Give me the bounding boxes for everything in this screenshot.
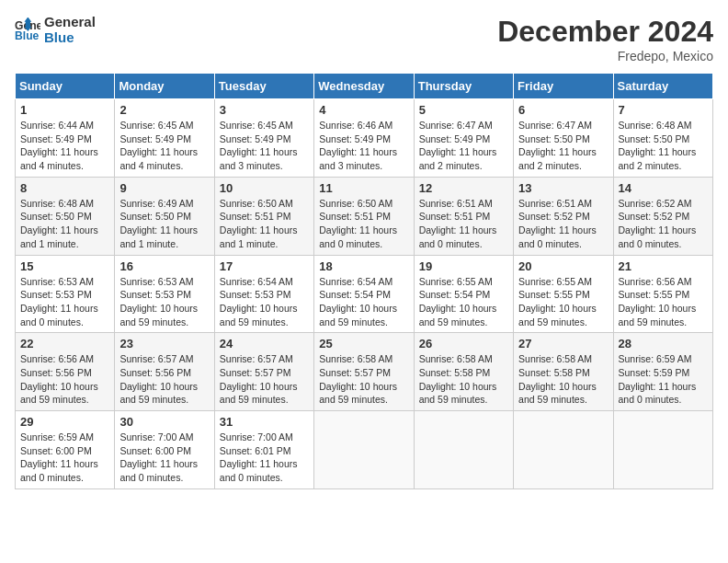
day-number: 13 [518,181,608,195]
day-number: 11 [319,181,408,195]
day-number: 3 [220,103,309,117]
logo: General Blue General Blue [15,15,96,45]
day-number: 2 [119,103,209,117]
weekday-header-monday: Monday [115,74,214,99]
day-number: 23 [119,337,209,350]
weekday-header-saturday: Saturday [613,74,712,99]
calendar-cell: 31Sunrise: 7:00 AMSunset: 6:01 PMDayligh… [214,411,313,489]
day-number: 30 [119,415,209,429]
calendar-cell: 10Sunrise: 6:50 AMSunset: 5:51 PMDayligh… [214,177,313,255]
calendar-cell: 13Sunrise: 6:51 AMSunset: 5:52 PMDayligh… [514,177,613,255]
cell-info: Sunrise: 6:54 AMSunset: 5:53 PMDaylight:… [220,275,309,329]
calendar-week-row: 8Sunrise: 6:48 AMSunset: 5:50 PMDaylight… [16,177,713,255]
calendar-cell: 8Sunrise: 6:48 AMSunset: 5:50 PMDaylight… [16,177,115,255]
calendar-cell: 14Sunrise: 6:52 AMSunset: 5:52 PMDayligh… [613,177,712,255]
cell-info: Sunrise: 7:00 AMSunset: 6:00 PMDaylight:… [119,431,209,485]
cell-info: Sunrise: 6:49 AMSunset: 5:50 PMDaylight:… [119,197,209,251]
day-number: 21 [619,259,708,273]
calendar-cell: 1Sunrise: 6:44 AMSunset: 5:49 PMDaylight… [16,99,115,178]
day-number: 5 [419,103,508,117]
calendar-week-row: 29Sunrise: 6:59 AMSunset: 6:00 PMDayligh… [16,411,713,489]
cell-info: Sunrise: 6:45 AMSunset: 5:49 PMDaylight:… [119,119,209,173]
calendar-cell: 12Sunrise: 6:51 AMSunset: 5:51 PMDayligh… [414,177,513,255]
calendar-cell: 16Sunrise: 6:53 AMSunset: 5:53 PMDayligh… [115,255,214,333]
calendar-cell: 19Sunrise: 6:55 AMSunset: 5:54 PMDayligh… [414,255,513,333]
day-number: 4 [319,103,408,117]
cell-info: Sunrise: 6:48 AMSunset: 5:50 PMDaylight:… [619,119,708,173]
calendar-cell: 20Sunrise: 6:55 AMSunset: 5:55 PMDayligh… [514,255,613,333]
day-number: 29 [20,415,109,429]
day-number: 10 [220,181,309,195]
cell-info: Sunrise: 6:59 AMSunset: 6:00 PMDaylight:… [20,431,109,485]
cell-info: Sunrise: 6:57 AMSunset: 5:56 PMDaylight:… [119,352,209,407]
cell-info: Sunrise: 6:58 AMSunset: 5:57 PMDaylight:… [319,352,408,407]
weekday-header-tuesday: Tuesday [214,74,313,99]
day-number: 24 [220,337,309,350]
day-number: 31 [220,415,309,429]
day-number: 28 [619,337,708,350]
cell-info: Sunrise: 6:56 AMSunset: 5:55 PMDaylight:… [619,275,708,329]
day-number: 17 [220,259,309,273]
calendar-week-row: 1Sunrise: 6:44 AMSunset: 5:49 PMDaylight… [16,99,713,178]
calendar-week-row: 22Sunrise: 6:56 AMSunset: 5:56 PMDayligh… [16,333,713,411]
day-number: 16 [119,259,209,273]
cell-info: Sunrise: 6:56 AMSunset: 5:56 PMDaylight:… [20,352,109,407]
day-number: 26 [419,337,508,350]
header: General Blue General Blue December 2024 … [15,15,713,63]
calendar-cell [314,411,414,489]
calendar-cell: 15Sunrise: 6:53 AMSunset: 5:53 PMDayligh… [16,255,115,333]
calendar-cell: 4Sunrise: 6:46 AMSunset: 5:49 PMDaylight… [314,99,414,178]
cell-info: Sunrise: 6:55 AMSunset: 5:54 PMDaylight:… [419,275,508,329]
calendar-cell: 24Sunrise: 6:57 AMSunset: 5:57 PMDayligh… [214,333,313,411]
cell-info: Sunrise: 6:55 AMSunset: 5:55 PMDaylight:… [518,275,608,329]
calendar-cell: 25Sunrise: 6:58 AMSunset: 5:57 PMDayligh… [314,333,414,411]
cell-info: Sunrise: 6:45 AMSunset: 5:49 PMDaylight:… [220,119,309,173]
calendar-cell: 18Sunrise: 6:54 AMSunset: 5:54 PMDayligh… [314,255,414,333]
day-number: 18 [319,259,408,273]
calendar-cell: 7Sunrise: 6:48 AMSunset: 5:50 PMDaylight… [613,99,712,178]
day-number: 8 [20,181,109,195]
cell-info: Sunrise: 6:54 AMSunset: 5:54 PMDaylight:… [319,275,408,329]
weekday-header-wednesday: Wednesday [314,74,414,99]
cell-info: Sunrise: 6:50 AMSunset: 5:51 PMDaylight:… [319,197,408,251]
cell-info: Sunrise: 6:48 AMSunset: 5:50 PMDaylight:… [20,197,109,251]
day-number: 15 [20,259,109,273]
calendar-cell: 29Sunrise: 6:59 AMSunset: 6:00 PMDayligh… [16,411,115,489]
cell-info: Sunrise: 6:47 AMSunset: 5:50 PMDaylight:… [518,119,608,173]
calendar-body: 1Sunrise: 6:44 AMSunset: 5:49 PMDaylight… [16,99,713,489]
title-area: December 2024 Fredepo, Mexico [497,15,713,63]
day-number: 25 [319,337,408,350]
calendar-cell: 21Sunrise: 6:56 AMSunset: 5:55 PMDayligh… [613,255,712,333]
calendar-cell: 11Sunrise: 6:50 AMSunset: 5:51 PMDayligh… [314,177,414,255]
logo-icon: General Blue [15,17,40,43]
day-number: 22 [20,337,109,350]
calendar-week-row: 15Sunrise: 6:53 AMSunset: 5:53 PMDayligh… [16,255,713,333]
month-title: December 2024 [497,15,713,49]
cell-info: Sunrise: 6:59 AMSunset: 5:59 PMDaylight:… [619,352,708,407]
calendar-cell: 30Sunrise: 7:00 AMSunset: 6:00 PMDayligh… [115,411,214,489]
cell-info: Sunrise: 6:53 AMSunset: 5:53 PMDaylight:… [20,275,109,329]
cell-info: Sunrise: 6:58 AMSunset: 5:58 PMDaylight:… [518,352,608,407]
day-number: 19 [419,259,508,273]
cell-info: Sunrise: 6:44 AMSunset: 5:49 PMDaylight:… [20,119,109,173]
cell-info: Sunrise: 6:50 AMSunset: 5:51 PMDaylight:… [220,197,309,251]
cell-info: Sunrise: 6:46 AMSunset: 5:49 PMDaylight:… [319,119,408,173]
day-number: 12 [419,181,508,195]
cell-info: Sunrise: 6:53 AMSunset: 5:53 PMDaylight:… [119,275,209,329]
calendar-cell: 26Sunrise: 6:58 AMSunset: 5:58 PMDayligh… [414,333,513,411]
calendar-cell [414,411,513,489]
cell-info: Sunrise: 6:51 AMSunset: 5:52 PMDaylight:… [518,197,608,251]
svg-text:Blue: Blue [15,29,40,42]
cell-info: Sunrise: 6:57 AMSunset: 5:57 PMDaylight:… [220,352,309,407]
cell-info: Sunrise: 6:58 AMSunset: 5:58 PMDaylight:… [419,352,508,407]
calendar-cell: 6Sunrise: 6:47 AMSunset: 5:50 PMDaylight… [514,99,613,178]
calendar-cell: 5Sunrise: 6:47 AMSunset: 5:49 PMDaylight… [414,99,513,178]
day-number: 7 [619,103,708,117]
calendar-cell: 17Sunrise: 6:54 AMSunset: 5:53 PMDayligh… [214,255,313,333]
calendar-cell [613,411,712,489]
calendar-cell: 27Sunrise: 6:58 AMSunset: 5:58 PMDayligh… [514,333,613,411]
day-number: 1 [20,103,109,117]
calendar-cell: 22Sunrise: 6:56 AMSunset: 5:56 PMDayligh… [16,333,115,411]
cell-info: Sunrise: 6:47 AMSunset: 5:49 PMDaylight:… [419,119,508,173]
calendar-cell: 28Sunrise: 6:59 AMSunset: 5:59 PMDayligh… [613,333,712,411]
